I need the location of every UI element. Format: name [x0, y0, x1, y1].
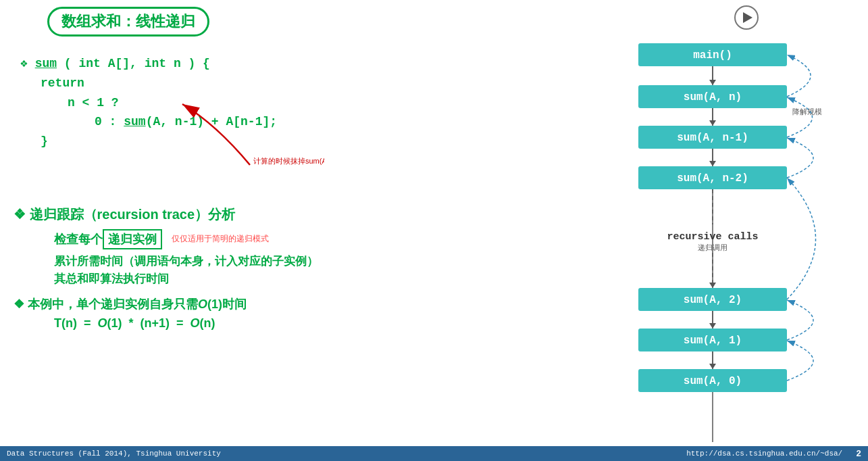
section2-item1: 检查每个 递归实例 仅仅适用于简明的递归模式 [14, 229, 611, 249]
svg-text:sum(A, 1): sum(A, 1) [684, 335, 742, 347]
section3-title: ❖ 本例中，单个递归实例自身只需O(1)时间 [14, 296, 247, 312]
svg-text:sum(A, 0): sum(A, 0) [684, 375, 742, 387]
play-button[interactable] [734, 5, 759, 30]
svg-text:recursive calls: recursive calls [667, 231, 758, 243]
play-icon [743, 12, 752, 23]
code-signature: ( int A[], int n ) { [64, 57, 210, 70]
svg-marker-30 [709, 364, 716, 369]
bottom-bar: Data Structures (Fall 2014), Tsinghua Un… [0, 446, 868, 461]
section3-title-line: ❖ 本例中，单个递归实例自身只需O(1)时间 [14, 296, 611, 312]
main-container: 数组求和：线性递归 ❖ sum ( int A[], int n ) { ret… [0, 0, 868, 461]
left-panel: 数组求和：线性递归 ❖ sum ( int A[], int n ) { ret… [0, 0, 625, 461]
flowchart: main() sum(A, n) 降解规模 sum(A, n-1) [636, 43, 857, 442]
right-panel: main() sum(A, n) 降解规模 sum(A, n-1) [625, 0, 868, 461]
section2-item2: 累计所需时间（调用语句本身，计入对应的子实例） [14, 253, 611, 269]
page-number: 2 [856, 449, 861, 459]
code-line3: n < 1 ? [14, 93, 611, 113]
svg-marker-22 [709, 283, 716, 288]
flowchart-svg: main() sum(A, n) 降解规模 sum(A, n-1) [638, 43, 854, 442]
section2-title: ❖ 递归跟踪（recursion trace）分析 [14, 205, 235, 224]
svg-marker-15 [709, 161, 716, 166]
code-line5: } [14, 132, 611, 151]
item1-prefix: 检查每个 [54, 231, 103, 247]
formula-text: T(n) = O(1) * (n+1) = O(n) [54, 316, 215, 330]
code-line1: ❖ sum ( int A[], int n ) { [14, 54, 611, 74]
bottom-bar-left: Data Structures (Fall 2014), Tsinghua Un… [7, 450, 221, 458]
item1-boxed: 递归实例 [103, 229, 162, 249]
title-box: 数组求和：线性递归 [47, 7, 209, 37]
svg-text:计算的时候抹掉sum(A，n-1)去看: 计算的时候抹掉sum(A，n-1)去看 [253, 157, 324, 165]
svg-marker-6 [709, 80, 716, 85]
code-section: ❖ sum ( int A[], int n ) { return n < 1 … [14, 54, 611, 151]
svg-text:sum(A, 2): sum(A, 2) [684, 294, 742, 306]
svg-text:sum(A, n-2): sum(A, n-2) [677, 172, 748, 185]
svg-text:递归调用: 递归调用 [698, 243, 727, 251]
svg-text:sum(A, n): sum(A, n) [684, 91, 742, 103]
bottom-bar-right: http://dsa.cs.tsinghua.edu.cn/~dsa/ 2 [686, 449, 861, 459]
bottom-bar-url: http://dsa.cs.tsinghua.edu.cn/~dsa/ [686, 450, 842, 458]
code-line2: return [14, 74, 611, 93]
svg-text:main(): main() [693, 49, 732, 62]
section3-formula: T(n) = O(1) * (n+1) = O(n) [14, 316, 611, 331]
item1-note: 仅仅适用于简明的递归模式 [172, 233, 269, 245]
svg-marker-11 [709, 120, 716, 126]
page-title: 数组求和：线性递归 [61, 13, 195, 30]
code-line4: 0 : sum(A, n-1) + A[n-1]; [14, 112, 611, 132]
section2-title-line: ❖ 递归跟踪（recursion trace）分析 [14, 205, 611, 224]
svg-marker-26 [709, 323, 716, 329]
svg-text:sum(A, n-1): sum(A, n-1) [677, 132, 748, 144]
section2: ❖ 递归跟踪（recursion trace）分析 检查每个 递归实例 仅仅适用… [14, 205, 611, 287]
code-sum-keyword: sum [35, 57, 57, 70]
section3: ❖ 本例中，单个递归实例自身只需O(1)时间 T(n) = O(1) * (n+… [14, 296, 611, 331]
section2-item3: 其总和即算法执行时间 [14, 271, 611, 287]
